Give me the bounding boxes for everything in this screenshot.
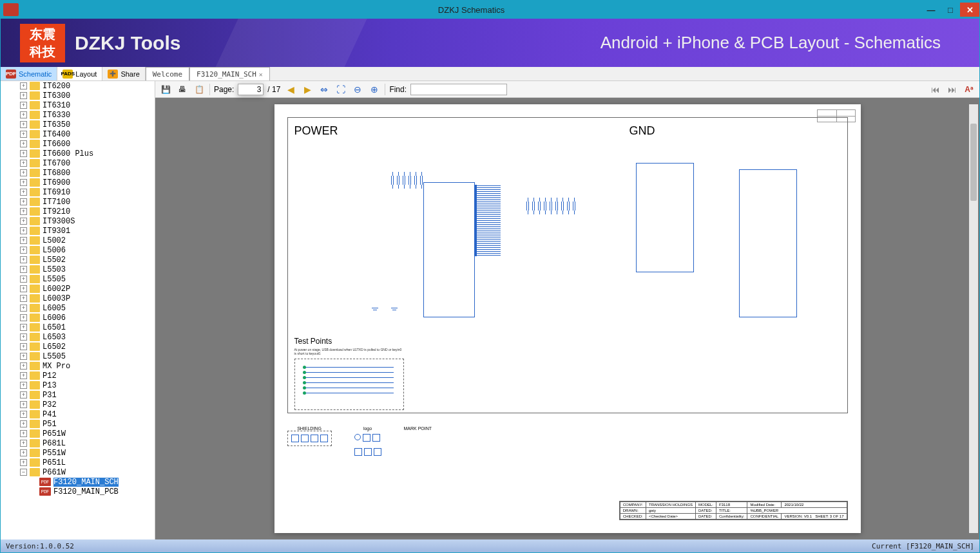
tree-item[interactable]: +IT6700 [1, 158, 155, 168]
tree-item[interactable]: +P551W [1, 448, 155, 458]
expand-icon[interactable]: + [20, 140, 27, 147]
tree-item[interactable]: +P651L [1, 458, 155, 467]
zoom-out-button[interactable]: ⊖ [351, 83, 364, 96]
expand-icon[interactable]: + [20, 131, 27, 138]
expand-icon[interactable]: + [20, 343, 27, 350]
save-button[interactable]: 💾 [159, 83, 172, 96]
tree-item[interactable]: +P51 [1, 419, 155, 429]
expand-icon[interactable]: + [20, 333, 27, 341]
tree-item-open[interactable]: −P661W [1, 467, 155, 477]
tree-item[interactable]: +IT7100 [1, 197, 155, 207]
print-button[interactable]: 🖶 [176, 83, 189, 96]
find-input[interactable] [410, 84, 507, 95]
next-page-button[interactable]: ▶ [301, 83, 314, 96]
expand-icon[interactable]: + [20, 150, 27, 157]
tree-item[interactable]: +P13 [1, 380, 155, 390]
find-prev-button[interactable]: ⏮ [929, 83, 942, 96]
tree-item[interactable]: +P681L [1, 438, 155, 448]
expand-icon[interactable]: + [20, 121, 27, 128]
expand-icon[interactable]: + [20, 295, 27, 302]
expand-icon[interactable]: + [20, 382, 27, 389]
tree-item[interactable]: +P31 [1, 390, 155, 400]
tree-item[interactable]: +L5502 [1, 255, 155, 265]
expand-icon[interactable]: + [20, 82, 27, 89]
tree-item[interactable]: +L5002 [1, 236, 155, 245]
expand-icon[interactable]: + [20, 247, 27, 254]
expand-icon[interactable]: + [20, 227, 27, 234]
tree-item[interactable]: +IT6300 [1, 91, 155, 100]
expand-icon[interactable]: + [20, 208, 27, 215]
expand-icon[interactable]: + [20, 314, 27, 321]
tab-layout[interactable]: PADSLayout [57, 67, 102, 80]
expand-icon[interactable]: + [20, 266, 27, 273]
close-tab-icon[interactable]: ✕ [259, 71, 263, 78]
expand-icon[interactable]: + [20, 218, 27, 225]
expand-icon[interactable]: + [20, 305, 27, 312]
expand-icon[interactable]: + [20, 111, 27, 118]
expand-icon[interactable]: + [20, 102, 27, 109]
expand-icon[interactable]: + [20, 362, 27, 370]
tree-item[interactable]: +IT9301 [1, 226, 155, 236]
text-style-button[interactable]: Aᵃ [963, 83, 975, 96]
tree-item[interactable]: +IT9300S [1, 216, 155, 226]
tree-item[interactable]: +L6003P [1, 294, 155, 303]
expand-icon[interactable]: + [20, 179, 27, 186]
doctab-file[interactable]: F3120_MAIN_SCH✕ [189, 67, 270, 80]
prev-page-button[interactable]: ◀ [284, 83, 297, 96]
expand-icon[interactable]: + [20, 391, 27, 398]
expand-icon[interactable]: + [20, 353, 27, 360]
tree-item[interactable]: +L6006 [1, 313, 155, 323]
tree-item[interactable]: +L5006 [1, 245, 155, 255]
expand-icon[interactable]: + [20, 430, 27, 437]
copy-button[interactable]: 📋 [193, 83, 206, 96]
tree-item[interactable]: +IT6900 [1, 178, 155, 187]
maximize-button[interactable]: □ [941, 3, 960, 17]
tab-share[interactable]: ➕Share [102, 67, 145, 80]
expand-icon[interactable]: + [20, 372, 27, 379]
zoom-in-button[interactable]: ⊕ [368, 83, 381, 96]
tree-item[interactable]: +IT6310 [1, 100, 155, 110]
fit-width-button[interactable]: ⇔ [318, 83, 331, 96]
tree-item[interactable]: +P651W [1, 429, 155, 438]
collapse-icon[interactable]: − [20, 469, 27, 476]
expand-icon[interactable]: + [20, 440, 27, 447]
tree-item[interactable]: +P41 [1, 409, 155, 419]
close-button[interactable]: ✕ [960, 3, 979, 17]
pdf-viewer[interactable]: POWER GND [155, 98, 979, 539]
expand-icon[interactable]: + [20, 160, 27, 167]
tree-item[interactable]: +L6502 [1, 342, 155, 351]
tree-item[interactable]: +IT6910 [1, 187, 155, 197]
tree-item[interactable]: +IT6600 Plus [1, 149, 155, 158]
tree-item-file[interactable]: PDFF3120_MAIN_SCH [1, 477, 155, 487]
tree-item[interactable]: +IT6330 [1, 110, 155, 120]
tree-item[interactable]: +L5503 [1, 265, 155, 274]
expand-icon[interactable]: + [20, 237, 27, 244]
tree-item[interactable]: +L6005 [1, 303, 155, 313]
tree-item[interactable]: +L5505 [1, 274, 155, 284]
find-next-button[interactable]: ⏭ [946, 83, 959, 96]
tree-item[interactable]: +IT6600 [1, 139, 155, 149]
tree-item[interactable]: +L6501 [1, 323, 155, 332]
tree-item[interactable]: +IT6800 [1, 168, 155, 178]
expand-icon[interactable]: + [20, 459, 27, 466]
tab-schematic[interactable]: PDFSchematic [1, 67, 57, 80]
expand-icon[interactable]: + [20, 324, 27, 331]
tree-item[interactable]: +P32 [1, 400, 155, 409]
tree-item-file[interactable]: PDFF3120_MAIN_PCB [1, 487, 155, 496]
scrollbar-thumb[interactable] [970, 124, 977, 201]
expand-icon[interactable]: + [20, 169, 27, 176]
expand-icon[interactable]: + [20, 449, 27, 456]
expand-icon[interactable]: + [20, 285, 27, 292]
doctab-welcome[interactable]: Welcome [146, 67, 189, 80]
vertical-scrollbar[interactable] [969, 104, 978, 533]
tree-item[interactable]: +P12 [1, 371, 155, 380]
tree-item[interactable]: +IT6350 [1, 120, 155, 129]
tree-item[interactable]: +IT6400 [1, 129, 155, 139]
tree-item[interactable]: +MX Pro [1, 361, 155, 371]
expand-icon[interactable]: + [20, 189, 27, 196]
expand-icon[interactable]: + [20, 420, 27, 427]
tree-item[interactable]: +L5505 [1, 351, 155, 361]
tree-item[interactable]: +L6002P [1, 284, 155, 294]
expand-icon[interactable]: + [20, 256, 27, 263]
tree-item[interactable]: +IT9210 [1, 207, 155, 216]
